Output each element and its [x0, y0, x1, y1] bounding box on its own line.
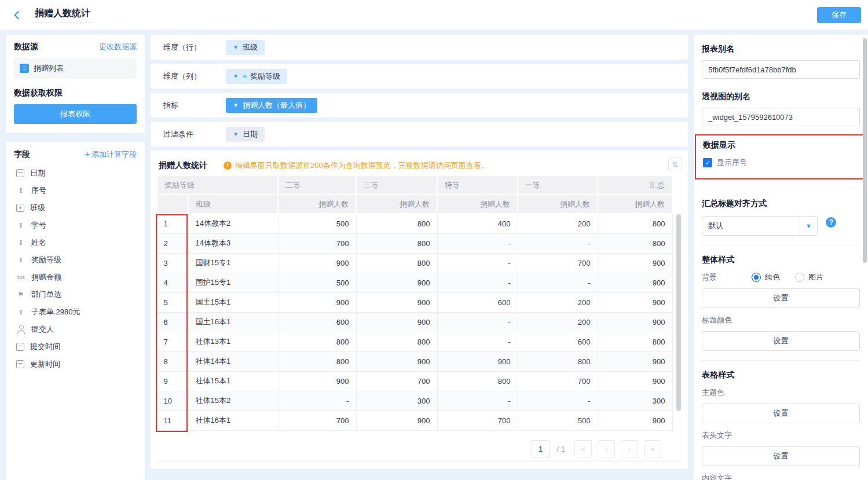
pagination: / 1 « ‹ › »	[156, 437, 682, 462]
value-cell: 800	[356, 233, 437, 253]
report-alias-input[interactable]	[702, 60, 860, 79]
sort-icon[interactable]: ⇅	[668, 157, 682, 171]
class-name-cell: 社体16本1	[188, 411, 278, 430]
user-icon	[16, 325, 25, 334]
value-cell: 200	[518, 292, 598, 312]
first-page-button[interactable]: «	[574, 440, 592, 457]
fields-panel: 字段 +添加计算字段 日期 序号 班级 学号 姓名 奖励等级 捐赠金额 部门单选…	[6, 142, 145, 480]
row-dimension-value: 班级	[243, 42, 258, 53]
summary-align-label: 汇总标题对齐方式	[702, 199, 860, 209]
value-cell: 800	[278, 351, 356, 371]
image-radio[interactable]: 图片	[795, 272, 823, 283]
datasource-item[interactable]: ≡ 捐赠列表	[14, 58, 137, 79]
value-cell: 500	[278, 273, 356, 292]
show-serial-label[interactable]: 显示序号	[717, 157, 747, 168]
page-number-input[interactable]	[532, 440, 550, 457]
field-item-update-time[interactable]: 更新时间	[14, 356, 137, 373]
table-row: 6 国土16本1 600 900 - 200 900	[157, 312, 672, 332]
table-vertical-scrollbar[interactable]	[676, 214, 681, 411]
title-color-label: 标题颜色	[702, 315, 860, 325]
value-cell: 700	[356, 371, 437, 391]
filter-value: 日期	[243, 129, 258, 140]
header-text-label: 表头文字	[702, 430, 860, 441]
field-item-student-no[interactable]: 学号	[14, 217, 137, 234]
background-label: 背景	[702, 272, 752, 283]
page-title[interactable]: 捐赠人数统计	[32, 6, 93, 23]
save-button[interactable]: 保存	[817, 7, 861, 23]
chevron-down-icon: ▼	[233, 44, 239, 50]
value-cell: 500	[518, 411, 598, 430]
row-dimension-label: 维度（行）	[163, 42, 226, 53]
back-button[interactable]	[9, 8, 24, 23]
value-cell: 800	[437, 371, 518, 391]
field-item-department[interactable]: 部门单选	[14, 286, 137, 303]
field-item-date[interactable]: 日期	[14, 164, 137, 182]
value-cell: -	[518, 273, 598, 292]
value-cell: -	[437, 253, 518, 273]
value-cell: 200	[518, 312, 598, 332]
datasource-item-label: 捐赠列表	[34, 63, 64, 74]
add-calc-field-link[interactable]: +添加计算字段	[85, 149, 137, 160]
pivot-alias-input[interactable]	[702, 108, 860, 126]
summary-align-select[interactable]: 默认 ▼	[702, 216, 818, 236]
checkbox-checked-icon[interactable]: ✓	[703, 158, 712, 167]
theme-color-set-button[interactable]: 设置	[702, 404, 860, 423]
metric-tag[interactable]: ▼捐赠人数（最大值）	[226, 98, 317, 113]
value-cell: -	[437, 312, 518, 332]
table-sub-header-row: 班级 捐赠人数 捐赠人数 捐赠人数 捐赠人数 捐赠人数	[157, 195, 672, 214]
field-list: 日期 序号 班级 学号 姓名 奖励等级 捐赠金额 部门单选 子表单.2980元 …	[14, 164, 137, 373]
metric-header-cell: 捐赠人数	[278, 195, 356, 214]
value-cell: 900	[356, 273, 437, 292]
chevron-down-icon: ▼	[800, 217, 817, 235]
field-item-class[interactable]: 班级	[14, 199, 137, 217]
table-body: 1 14体教本2 500 800 400 200 800 2 14体教本3 70…	[157, 214, 672, 430]
class-name-cell: 国财15专1	[188, 253, 278, 273]
value-cell: 800	[518, 351, 598, 371]
field-item-submitter[interactable]: 提交人	[14, 321, 137, 338]
field-item-name[interactable]: 姓名	[14, 234, 137, 251]
show-serial-checkbox-row[interactable]: ✓ 显示序号	[703, 157, 859, 168]
chevron-down-icon: ▼	[233, 102, 239, 108]
solid-color-radio[interactable]: 纯色	[752, 272, 780, 283]
value-cell: 900	[278, 253, 356, 273]
metric-label: 指标	[163, 100, 226, 111]
prev-page-button[interactable]: ‹	[598, 440, 615, 457]
field-item-serial[interactable]: 序号	[14, 182, 137, 199]
field-item-donation-amount[interactable]: 捐赠金额	[14, 269, 137, 286]
next-page-button[interactable]: ›	[621, 440, 638, 457]
table-row: 11 社体16本1 700 900 700 500 900	[157, 411, 672, 430]
metric-header-cell: 捐赠人数	[518, 195, 598, 214]
help-icon[interactable]: ?	[826, 217, 836, 228]
filter-tag[interactable]: ▼日期	[226, 127, 265, 142]
settings-panel-scrollbar[interactable]	[863, 38, 867, 263]
field-item-subform[interactable]: 子表单.2980元	[14, 303, 137, 321]
column-dimension-tag[interactable]: ▼≡奖励等级	[226, 69, 287, 84]
chevron-down-icon: ▼	[233, 131, 239, 137]
value-cell: 900	[356, 411, 437, 430]
serial-cell: 8	[157, 351, 188, 371]
table-row: 5 国土15本1 900 900 600 200 900	[157, 292, 672, 312]
field-label: 捐赠金额	[31, 272, 61, 283]
field-item-award-level[interactable]: 奖励等级	[14, 251, 137, 269]
field-item-submit-time[interactable]: 提交时间	[14, 338, 137, 356]
value-cell: 900	[598, 273, 672, 292]
report-permission-button[interactable]: 报表权限	[14, 104, 137, 124]
settings-panel: 报表别名 透视图的别名 数据显示 ✓ 显示序号 汇总标题对齐方式 默认 ▼ ? …	[694, 35, 868, 480]
overall-style-label: 整体样式	[702, 255, 860, 265]
change-datasource-link[interactable]: 更改数据源	[99, 42, 137, 52]
sort-order-icon: ≡	[243, 72, 247, 80]
row-dimension-tag[interactable]: ▼班级	[226, 40, 265, 55]
divider	[702, 245, 860, 246]
value-cell: 600	[278, 312, 356, 332]
background-set-button[interactable]: 设置	[702, 288, 860, 308]
value-cell: 400	[437, 214, 518, 233]
filter-row: 过滤条件 ▼日期	[151, 122, 688, 146]
document-icon: ≡	[20, 64, 29, 73]
column-group-header-total: 汇总	[598, 175, 672, 195]
report-alias-label: 报表别名	[702, 44, 860, 54]
last-page-button[interactable]: »	[644, 440, 661, 457]
header-text-set-button[interactable]: 设置	[702, 446, 860, 466]
title-color-set-button[interactable]: 设置	[702, 331, 860, 351]
preview-panel: 捐赠人数统计 ! 编辑界面只取数据源前200条作为查询数据预览，完整数据请访问页…	[151, 151, 688, 469]
value-cell: 900	[437, 351, 518, 371]
